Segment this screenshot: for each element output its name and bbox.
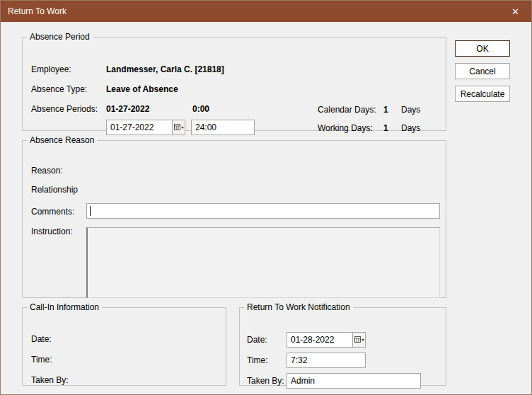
return-to-work-dialog: Return To Work ✕ Absence Period Employee… bbox=[0, 0, 532, 395]
calendar-days-value: 1 bbox=[383, 105, 388, 115]
reason-label: Reason: bbox=[31, 166, 63, 176]
working-days-value: 1 bbox=[383, 123, 388, 133]
comments-label: Comments: bbox=[31, 207, 74, 217]
absence-periods-label: Absence Periods: bbox=[31, 104, 98, 114]
instruction-label: Instruction: bbox=[31, 227, 73, 236]
rtw-time-label: Time: bbox=[247, 355, 268, 365]
employee-label: Employee: bbox=[31, 64, 71, 74]
absence-period-time-value: 0:00 bbox=[192, 104, 209, 114]
absence-date-input[interactable] bbox=[106, 120, 172, 135]
recalculate-button[interactable]: Recalculate bbox=[455, 86, 510, 102]
working-days-label: Working Days: bbox=[318, 123, 373, 133]
call-in-information-group: Call-In Information Date: Time: Taken By… bbox=[22, 302, 226, 386]
employee-value: Landmesser, Carla C. [21818] bbox=[106, 64, 224, 74]
call-in-date-label: Date: bbox=[31, 334, 52, 344]
window-title: Return To Work bbox=[8, 6, 66, 16]
instruction-textarea[interactable] bbox=[86, 227, 440, 298]
call-in-information-legend: Call-In Information bbox=[27, 302, 102, 312]
rtw-date-picker bbox=[287, 332, 366, 348]
title-bar: Return To Work ✕ bbox=[1, 1, 531, 22]
call-in-time-label: Time: bbox=[31, 355, 52, 365]
absence-date-picker bbox=[106, 120, 185, 135]
close-icon[interactable]: ✕ bbox=[499, 1, 531, 22]
rtw-taken-by-input[interactable] bbox=[287, 373, 421, 389]
rtw-date-label: Date: bbox=[247, 335, 267, 345]
cancel-button[interactable]: Cancel bbox=[455, 63, 510, 79]
absence-period-legend: Absence Period bbox=[27, 32, 93, 42]
absence-type-label: Absence Type: bbox=[31, 84, 87, 94]
rtw-notification-group: Return To Work Notification Date: Time: … bbox=[239, 302, 446, 386]
rtw-taken-by-label: Taken By: bbox=[247, 376, 284, 386]
calendar-dropdown-icon[interactable] bbox=[352, 332, 366, 348]
text-caret bbox=[90, 206, 91, 216]
calendar-days-unit: Days bbox=[401, 105, 420, 115]
absence-type-value: Leave of Absence bbox=[106, 84, 178, 94]
rtw-time-input[interactable] bbox=[287, 353, 366, 368]
calendar-days-label: Calendar Days: bbox=[318, 105, 376, 115]
absence-period-group: Absence Period Employee: Landmesser, Car… bbox=[22, 32, 446, 131]
call-in-taken-by-label: Taken By: bbox=[31, 375, 69, 385]
comments-input[interactable] bbox=[86, 203, 440, 219]
absence-period-date-value: 01-27-2022 bbox=[106, 104, 149, 114]
relationship-label: Relationship bbox=[31, 185, 78, 195]
calendar-dropdown-icon[interactable] bbox=[172, 120, 185, 135]
rtw-notification-legend: Return To Work Notification bbox=[244, 302, 353, 312]
rtw-date-input[interactable] bbox=[287, 332, 352, 348]
ok-button[interactable]: OK bbox=[455, 40, 510, 57]
absence-reason-group: Absence Reason Reason: Relationship Comm… bbox=[22, 135, 446, 298]
absence-time-input[interactable] bbox=[191, 120, 255, 135]
working-days-unit: Days bbox=[401, 123, 420, 133]
absence-reason-legend: Absence Reason bbox=[27, 135, 97, 145]
